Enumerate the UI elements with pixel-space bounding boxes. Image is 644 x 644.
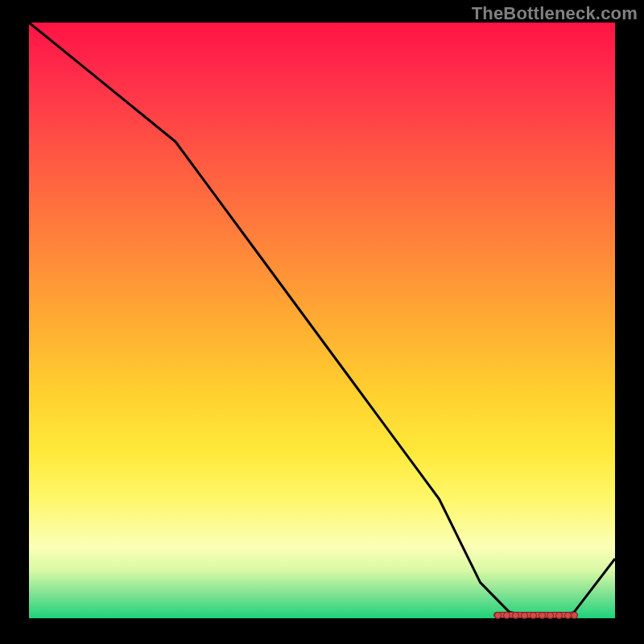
marker-dot (530, 612, 537, 619)
marker-dot (503, 612, 510, 619)
marker-dot (494, 612, 502, 619)
marker-dot (539, 612, 546, 619)
marker-dot (512, 612, 519, 619)
chart-frame: TheBottleneck.com (0, 0, 644, 644)
plot-area (29, 23, 615, 618)
marker-dot (571, 612, 578, 619)
marker-dot (521, 612, 528, 619)
watermark-text: TheBottleneck.com (472, 3, 638, 24)
marker-layer (29, 23, 615, 618)
